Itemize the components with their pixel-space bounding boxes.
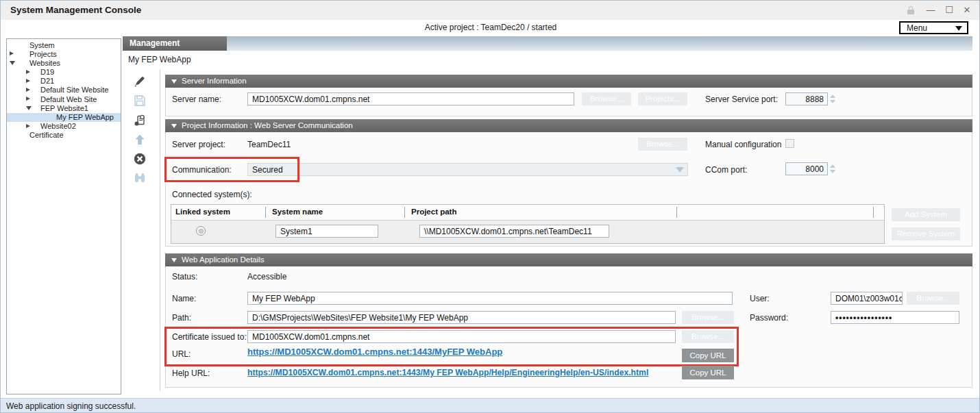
- tree-item-label: Default Site Website: [40, 86, 108, 94]
- search-binoculars-icon[interactable]: [133, 171, 147, 185]
- signature-settings-icon[interactable]: [133, 114, 147, 127]
- col-project-path: Project path: [411, 208, 456, 216]
- close-icon[interactable]: ✕: [961, 5, 973, 16]
- tree-item-websites[interactable]: Websites: [7, 58, 121, 67]
- copy-url-button[interactable]: Copy URL: [682, 349, 734, 362]
- project-browse-button[interactable]: Browse...: [638, 138, 687, 151]
- menu-label: Menu: [907, 23, 927, 33]
- chevron-down-icon: [955, 26, 962, 31]
- tree-item-d19[interactable]: D19: [7, 68, 121, 77]
- maximize-icon[interactable]: ☐: [943, 5, 955, 16]
- ccom-port-label: CCom port:: [705, 165, 747, 175]
- webapp-url-link[interactable]: https://MD1005XCW.dom01.cmpns.net:1443/M…: [247, 347, 502, 357]
- column-separator[interactable]: [873, 207, 874, 218]
- tree-item-fep-website1[interactable]: FEP Website1: [7, 103, 121, 112]
- server-service-port-input[interactable]: 8888: [785, 92, 828, 105]
- ccom-port-stepper[interactable]: [829, 162, 836, 175]
- remove-system-button[interactable]: Remove System: [892, 227, 960, 240]
- table-header-row: Linked system System name Project path: [171, 205, 884, 221]
- col-linked-system: Linked system: [175, 208, 230, 216]
- tree-item-system[interactable]: System: [7, 40, 121, 49]
- certificate-input[interactable]: MD1005XCW.dom01.cmpns.net: [247, 330, 676, 343]
- server-name-input[interactable]: MD1005XCW.dom01.cmpns.net: [247, 92, 574, 105]
- sign-pen-icon[interactable]: [133, 75, 147, 88]
- add-system-button[interactable]: Add System: [892, 208, 960, 221]
- password-input[interactable]: ••••••••••••••••: [831, 311, 959, 324]
- collapse-triangle-icon[interactable]: [171, 79, 177, 84]
- connected-systems-table: Linked system System name Project path S…: [171, 204, 885, 244]
- tree-item-projects[interactable]: Projects: [7, 49, 121, 58]
- statusbar: Web application signing successful.: [1, 398, 980, 413]
- tree-item-d21[interactable]: D21: [7, 77, 121, 86]
- tree-item-default-web-site[interactable]: Default Web Site: [7, 95, 121, 103]
- active-project-label: Active project : TeamDec20 / started: [1, 23, 980, 32]
- chevron-right-icon[interactable]: [26, 70, 30, 74]
- tree-item-label: Projects: [29, 50, 57, 58]
- name-label: Name:: [172, 294, 196, 303]
- navigation-tree: SystemProjectsWebsitesD19D21Default Site…: [6, 38, 121, 395]
- save-icon[interactable]: [133, 94, 147, 108]
- tree-item-label: D21: [40, 77, 54, 85]
- user-input[interactable]: DOM01\z003w01c: [831, 292, 903, 305]
- projects-button[interactable]: Projects...: [638, 92, 687, 105]
- tree-item-my-fep-webapp[interactable]: My FEP WebApp: [7, 113, 121, 122]
- cancel-icon[interactable]: [133, 152, 147, 166]
- section-header-server-information: Server Information: [165, 75, 972, 88]
- toolbar-separator: [160, 69, 160, 391]
- chevron-right-icon[interactable]: [10, 51, 14, 55]
- tree-item-website02[interactable]: Website02: [7, 122, 121, 131]
- certificate-issued-to-label: Certificate issued to:: [172, 332, 247, 342]
- chevron-down-icon[interactable]: [26, 106, 32, 110]
- system-name-input[interactable]: System1: [275, 225, 378, 238]
- chevron-down-icon: [676, 167, 684, 173]
- column-separator[interactable]: [265, 207, 266, 218]
- server-service-port-label: Server Service port:: [705, 95, 778, 104]
- communication-dropdown[interactable]: Secured: [247, 163, 688, 176]
- copy-help-url-button[interactable]: Copy URL: [682, 366, 734, 379]
- certificate-browse-button[interactable]: Browse...: [682, 330, 734, 343]
- section-title: Server Information: [182, 77, 247, 85]
- collapse-triangle-icon[interactable]: [171, 258, 177, 262]
- chevron-right-icon[interactable]: [26, 79, 30, 83]
- help-url-link[interactable]: https://MD1005XCW.dom01.cmpns.net:1443/M…: [247, 368, 681, 377]
- tree-item-default-site-website[interactable]: Default Site Website: [7, 86, 121, 95]
- minimize-icon[interactable]: —: [924, 5, 937, 16]
- menu-dropdown[interactable]: Menu: [899, 21, 968, 34]
- status-value: Accessible: [247, 272, 286, 281]
- upload-arrow-icon[interactable]: [133, 133, 147, 147]
- ccom-port-input[interactable]: 8000: [785, 162, 828, 175]
- server-project-label: Server project:: [172, 140, 225, 149]
- server-project-value: TeamDec11: [247, 140, 291, 149]
- spinner-up-icon[interactable]: [830, 164, 835, 168]
- tree-item-certificate[interactable]: Certificate: [7, 131, 121, 140]
- status-label: Status:: [172, 272, 197, 281]
- tree-item-label: Website02: [40, 122, 76, 130]
- server-service-port-stepper[interactable]: [829, 92, 836, 105]
- column-separator[interactable]: [404, 207, 405, 218]
- spinner-down-icon[interactable]: [830, 100, 835, 103]
- path-browse-button[interactable]: Browse...: [682, 311, 734, 324]
- server-browse-button[interactable]: Browse...: [582, 92, 631, 105]
- chevron-right-icon[interactable]: [26, 88, 30, 92]
- tab-management[interactable]: Management: [123, 36, 227, 51]
- user-browse-button[interactable]: Browse...: [907, 292, 959, 305]
- section-header-web-application-details: Web Application Details: [165, 253, 972, 266]
- name-input[interactable]: My FEP WebApp: [247, 292, 733, 305]
- chevron-down-icon[interactable]: [10, 61, 15, 65]
- topbar: Active project : TeamDec20 / started: [1, 20, 980, 35]
- column-separator[interactable]: [676, 207, 677, 218]
- linked-system-radio[interactable]: [196, 226, 206, 236]
- spinner-up-icon[interactable]: [830, 95, 835, 98]
- section-header-project-information: Project Information : Web Server Communi…: [165, 119, 972, 132]
- user-label: User:: [750, 294, 770, 303]
- spinner-down-icon[interactable]: [830, 170, 835, 173]
- chevron-right-icon[interactable]: [26, 97, 30, 101]
- collapse-triangle-icon[interactable]: [171, 124, 177, 128]
- manual-configuration-checkbox[interactable]: [785, 139, 794, 148]
- tree-item-label: Websites: [29, 59, 60, 67]
- connected-systems-label: Connected system(s):: [172, 190, 252, 199]
- project-path-input[interactable]: \\MD1005XCW.dom01.cmpns.net\TeamDec11: [419, 225, 609, 238]
- path-input[interactable]: D:\GMSProjects\WebSites\FEP Website1\My …: [247, 311, 676, 324]
- page-title: My FEP WebApp: [128, 55, 191, 64]
- chevron-right-icon[interactable]: [26, 124, 30, 128]
